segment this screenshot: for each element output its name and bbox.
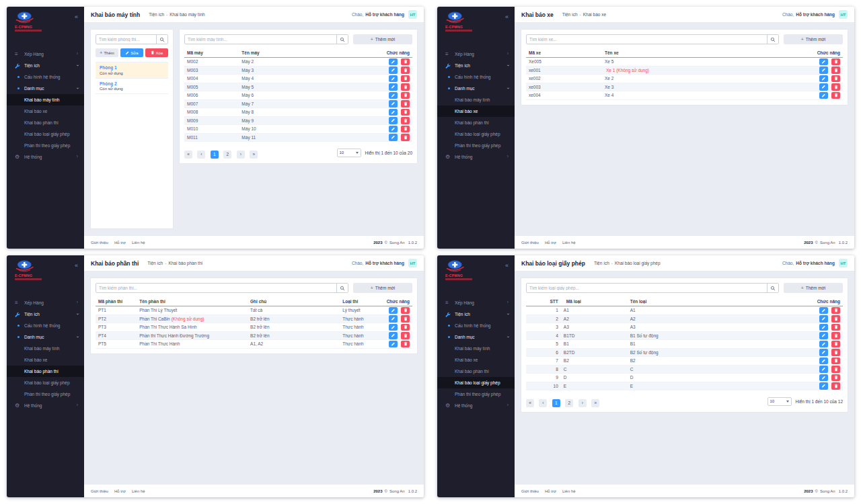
edit-button[interactable]	[389, 307, 398, 314]
delete-button[interactable]	[401, 307, 410, 314]
edit-button[interactable]	[389, 92, 398, 99]
delete-button[interactable]	[401, 67, 410, 74]
delete-button[interactable]	[401, 134, 410, 141]
delete-button[interactable]	[831, 58, 840, 66]
sidebar-item-khai-bao-phan-thi[interactable]: Khai báo phần thi	[7, 366, 84, 377]
sidebar-collapse-icon[interactable]: «	[505, 14, 509, 20]
room-search-input[interactable]	[96, 35, 156, 44]
footer-link-lien-he[interactable]: Liên hệ	[132, 241, 145, 245]
sidebar-item-khai-bao-may-tinh[interactable]: Khai báo máy tính	[7, 94, 84, 106]
avatar[interactable]: HT	[408, 10, 417, 19]
edit-button[interactable]	[819, 75, 828, 83]
sidebar-item-khai-bao-xe[interactable]: Khai báo xe	[437, 354, 515, 366]
sidebar-item-khai-bao-xe[interactable]: Khai báo xe	[7, 354, 84, 366]
add-new-button[interactable]: +Thêm mới	[353, 34, 412, 44]
avatar[interactable]: HT	[839, 259, 848, 267]
search-button[interactable]	[767, 284, 778, 292]
sidebar-item-he-thong[interactable]: ⚙ Hệ thống ›	[7, 400, 84, 411]
delete-room-button[interactable]: Xóa	[145, 48, 168, 57]
page-size-select[interactable]: 10	[337, 149, 361, 157]
edit-button[interactable]	[389, 67, 398, 74]
sidebar-item-khai-bao-may-tinh[interactable]: Khai báo máy tính	[437, 94, 515, 106]
search-input[interactable]	[185, 35, 336, 44]
search-input[interactable]	[527, 35, 767, 44]
sidebar-item-xep-hang[interactable]: ≡ Xếp Hàng ›	[7, 48, 84, 60]
delete-button[interactable]	[401, 126, 410, 133]
search-input[interactable]	[527, 284, 767, 292]
search-button[interactable]	[336, 35, 348, 44]
footer-link-ho-tro[interactable]: Hỗ trợ	[114, 489, 126, 493]
edit-button[interactable]	[819, 349, 828, 356]
sidebar-item-he-thong[interactable]: ⚙ Hệ thống ›	[437, 400, 515, 411]
sidebar-item-phan-thi-theo-giay-phep[interactable]: Phần thi theo giấy phép	[437, 388, 515, 400]
sidebar-item-cau-hinh-he-thong[interactable]: Cấu hình hệ thống	[7, 71, 84, 83]
add-new-button[interactable]: +Thêm mới	[784, 34, 843, 44]
page-prev-button[interactable]: ‹	[197, 151, 205, 159]
sidebar-item-xep-hang[interactable]: ≡ Xếp Hàng ›	[437, 297, 515, 308]
edit-button[interactable]	[389, 83, 398, 91]
edit-button[interactable]	[389, 58, 398, 66]
footer-link-lien-he[interactable]: Liên hệ	[132, 489, 145, 493]
edit-button[interactable]	[389, 341, 398, 348]
add-new-button[interactable]: +Thêm mới	[784, 283, 843, 293]
sidebar-item-danh-muc[interactable]: Danh mục ›	[7, 331, 84, 343]
room-list-item[interactable]: Phòng 2 Còn sử dụng	[96, 79, 168, 95]
delete-button[interactable]	[831, 374, 840, 382]
sidebar-item-danh-muc[interactable]: Danh mục ›	[437, 331, 515, 343]
delete-button[interactable]	[401, 341, 410, 348]
edit-button[interactable]	[819, 358, 828, 365]
sidebar-item-khai-bao-loai-giay-phep[interactable]: Khai báo loại giấy phép	[7, 377, 84, 388]
edit-button[interactable]	[389, 117, 398, 124]
search-button[interactable]	[767, 35, 778, 44]
sidebar-collapse-icon[interactable]: «	[505, 263, 509, 269]
edit-button[interactable]	[819, 315, 828, 323]
page-1-button[interactable]: 1	[552, 399, 560, 407]
sidebar-item-xep-hang[interactable]: ≡ Xếp Hàng ›	[437, 48, 515, 60]
page-next-button[interactable]: ›	[237, 151, 245, 159]
edit-button[interactable]	[819, 67, 828, 74]
sidebar-item-khai-bao-phan-thi[interactable]: Khai báo phần thi	[7, 117, 84, 128]
footer-link-ho-tro[interactable]: Hỗ trợ	[545, 241, 556, 245]
sidebar-item-cau-hinh-he-thong[interactable]: Cấu hình hệ thống	[7, 320, 84, 331]
avatar[interactable]: HT	[408, 259, 417, 267]
page-next-button[interactable]: ›	[578, 399, 587, 407]
edit-button[interactable]	[819, 341, 828, 348]
sidebar-collapse-icon[interactable]: «	[75, 263, 78, 269]
sidebar-item-tien-ich[interactable]: Tiện ích ›	[7, 308, 84, 320]
footer-link-ho-tro[interactable]: Hỗ trợ	[114, 241, 126, 245]
delete-button[interactable]	[831, 358, 840, 365]
edit-button[interactable]	[819, 374, 828, 382]
delete-button[interactable]	[831, 366, 840, 373]
edit-button[interactable]	[819, 324, 828, 331]
sidebar-item-khai-bao-xe[interactable]: Khai báo xe	[7, 106, 84, 117]
delete-button[interactable]	[401, 58, 410, 66]
edit-button[interactable]	[389, 100, 398, 108]
footer-link-gioi-thieu[interactable]: Giới thiệu	[91, 241, 108, 245]
search-input[interactable]	[96, 284, 336, 292]
delete-button[interactable]	[401, 100, 410, 108]
edit-room-button[interactable]: Sửa	[120, 48, 143, 57]
add-room-button[interactable]: +Thêm	[96, 48, 118, 57]
delete-button[interactable]	[401, 83, 410, 91]
delete-button[interactable]	[831, 382, 840, 390]
delete-button[interactable]	[401, 75, 410, 83]
sidebar-item-khai-bao-loai-giay-phep[interactable]: Khai báo loại giấy phép	[7, 128, 84, 140]
page-first-button[interactable]: «	[184, 151, 192, 159]
sidebar-item-phan-thi-theo-giay-phep[interactable]: Phần thi theo giấy phép	[437, 140, 515, 151]
page-last-button[interactable]: »	[250, 151, 258, 159]
sidebar-item-danh-muc[interactable]: Danh mục ›	[7, 83, 84, 94]
delete-button[interactable]	[401, 92, 410, 99]
footer-link-ho-tro[interactable]: Hỗ trợ	[545, 489, 556, 493]
delete-button[interactable]	[831, 332, 840, 339]
edit-button[interactable]	[819, 382, 828, 390]
edit-button[interactable]	[389, 332, 398, 339]
sidebar-item-khai-bao-loai-giay-phep[interactable]: Khai báo loại giấy phép	[437, 128, 515, 140]
sidebar-item-xep-hang[interactable]: ≡ Xếp Hàng ›	[7, 297, 84, 308]
delete-button[interactable]	[401, 315, 410, 323]
delete-button[interactable]	[831, 83, 840, 91]
delete-button[interactable]	[831, 341, 840, 348]
room-list-item[interactable]: Phòng 1 Còn sử dụng	[96, 62, 168, 79]
delete-button[interactable]	[401, 332, 410, 339]
search-button[interactable]	[336, 284, 348, 292]
edit-button[interactable]	[389, 324, 398, 331]
